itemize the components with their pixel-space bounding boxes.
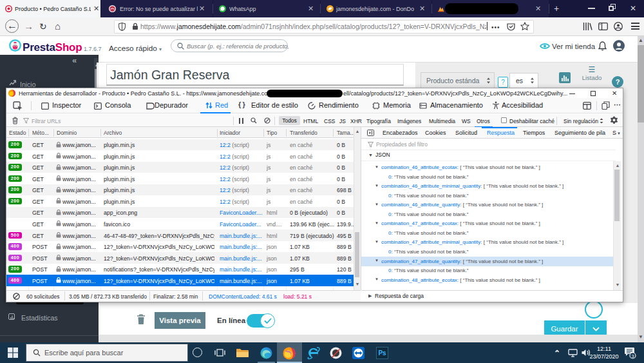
svg-text:3: 3: [631, 353, 634, 359]
